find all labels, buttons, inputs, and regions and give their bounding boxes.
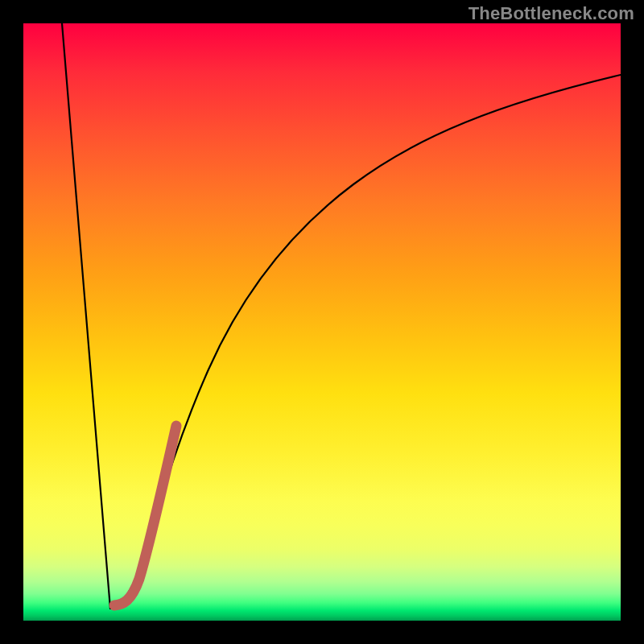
highlight-segment (114, 426, 176, 605)
plot-area (23, 23, 621, 621)
watermark-text: TheBottleneck.com (469, 3, 634, 24)
curve-right-ascending (110, 75, 621, 609)
chart-svg (23, 23, 621, 621)
chart-frame: TheBottleneck.com (0, 0, 644, 644)
curve-left-descending (62, 23, 110, 609)
